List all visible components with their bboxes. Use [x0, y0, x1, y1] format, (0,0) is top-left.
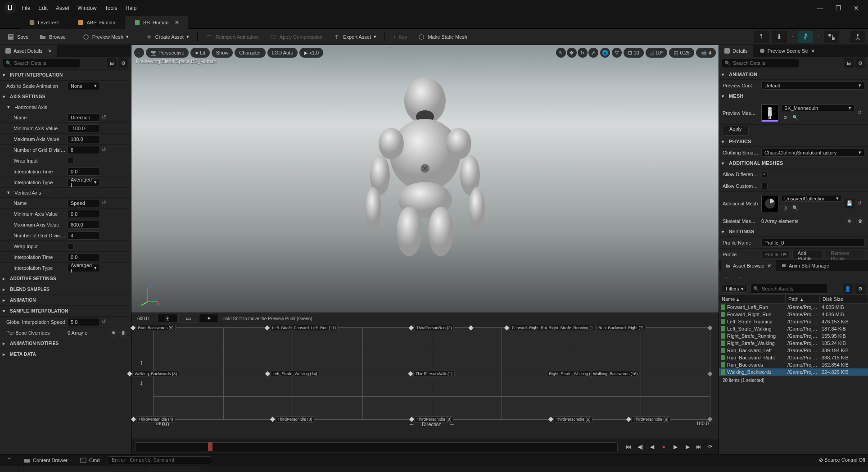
blend-sample[interactable]: Left_Strafe_Walking (14): [266, 371, 319, 377]
cat-header[interactable]: ▾AXIS SETTINGS: [0, 91, 129, 102]
asset-row[interactable]: Right_Strafe_Running /Game/Projects 155.…: [719, 332, 868, 340]
anim-slot-tab[interactable]: Anim Slot Manage: [777, 260, 834, 271]
blend-sample[interactable]: ThirdPersonWalk (1): [409, 371, 455, 377]
reset-icon[interactable]: ↺: [102, 146, 109, 154]
clear-array-button[interactable]: 🗑: [856, 217, 864, 225]
settings-button[interactable]: ⚙: [855, 284, 865, 294]
asset-row[interactable]: Left_Strafe_Running /Game/Projects 476.1…: [719, 318, 868, 325]
allow-custom-checkbox[interactable]: [761, 183, 768, 189]
to-end-button[interactable]: ⏭: [694, 442, 703, 451]
save-button[interactable]: Save: [3, 31, 33, 43]
show-button[interactable]: Show: [212, 48, 233, 58]
move-tool[interactable]: ✥: [567, 48, 577, 58]
add-element-button[interactable]: ⊕: [845, 217, 854, 225]
reset-icon[interactable]: ↺: [102, 200, 109, 207]
blend-sample[interactable]: ThirdPersonIdle (5): [549, 416, 592, 422]
close-icon[interactable]: ✕: [811, 48, 815, 54]
timeline-track[interactable]: [135, 442, 618, 451]
mode-dropdown[interactable]: ⋮: [816, 31, 821, 43]
blend-sample[interactable]: Walking_Backwards (16): [591, 371, 640, 377]
viewport-menu-button[interactable]: ≡: [134, 48, 144, 58]
bs-tool-labels[interactable]: ▭: [178, 314, 198, 323]
mesh-thumbnail[interactable]: [761, 104, 778, 122]
playhead[interactable]: [208, 442, 212, 451]
use-selected-button[interactable]: ⊙: [781, 204, 789, 212]
value-input[interactable]: [68, 124, 100, 132]
preview-scene-tab[interactable]: Preview Scene Se ✕: [754, 45, 820, 57]
clothing-select[interactable]: ChaosClothingSimulationFactory▾: [761, 149, 864, 157]
camera-speed-button[interactable]: 📹 4: [696, 48, 716, 58]
blend-sample[interactable]: ThirdPersonRun (2): [409, 325, 454, 331]
settings-button[interactable]: ⚙: [118, 58, 128, 68]
asset-row[interactable]: Right_Strafe_Walking /Game/Projects 185.…: [719, 340, 868, 347]
blend-sample[interactable]: [469, 326, 473, 330]
checkbox[interactable]: [68, 243, 74, 250]
cat-header[interactable]: ▸BLEND SAMPLES: [0, 284, 129, 295]
reset-icon[interactable]: ↺: [102, 114, 109, 121]
loop-button[interactable]: ⟳: [706, 442, 715, 451]
menu-window[interactable]: Window: [77, 5, 97, 11]
reset-icon[interactable]: ↺: [857, 200, 864, 207]
value-select[interactable]: None▾: [68, 82, 100, 90]
asset-row[interactable]: Run_Backward_Left /Game/Projects 339.194…: [719, 347, 868, 354]
scale-tool[interactable]: ⤢: [588, 48, 598, 58]
profile-name-input[interactable]: [761, 239, 864, 247]
step-back-button[interactable]: ◀|: [636, 442, 645, 451]
asset-browser-tab[interactable]: Asset Browser ✕: [721, 260, 776, 271]
export-asset-button[interactable]: Export Asset ▾: [329, 31, 381, 43]
character-button[interactable]: Character: [235, 48, 265, 58]
use-selected-button[interactable]: ⊙: [781, 113, 789, 121]
close-button[interactable]: ✕: [848, 2, 864, 14]
bs-tool-triangulation[interactable]: ✦: [199, 314, 219, 323]
play-button[interactable]: ▶: [671, 442, 680, 451]
cat-settings[interactable]: ▾SETTINGS: [719, 227, 868, 236]
make-static-mesh-button[interactable]: Make Static Mesh: [413, 31, 471, 43]
col-path-header[interactable]: Path▴: [786, 295, 820, 303]
mode-mesh[interactable]: [772, 31, 787, 43]
clear-button[interactable]: 🗑: [119, 329, 127, 337]
asset-row[interactable]: Forward_Right_Run /Game/Projects 4.086 M…: [719, 311, 868, 318]
menu-help[interactable]: Help: [126, 5, 137, 11]
value-input[interactable]: [68, 199, 100, 207]
add-element-button[interactable]: ⊕: [109, 329, 118, 337]
rotation-snap-button[interactable]: ◿ 10°: [646, 48, 668, 58]
search-details-right[interactable]: [722, 58, 842, 68]
menu-file[interactable]: File: [22, 5, 30, 11]
additional-mesh-select[interactable]: UnsavedCollection▾: [781, 195, 842, 202]
add-content-button[interactable]: 👤: [843, 284, 853, 294]
value-input[interactable]: [68, 253, 100, 261]
blend-sample[interactable]: Right_Strafe_Walking (1: [547, 371, 595, 377]
scale-snap-button[interactable]: ◰ 0.25: [669, 48, 694, 58]
cmd-button[interactable]: Cmd: [76, 456, 104, 465]
value-select[interactable]: Averaged I▾: [68, 264, 100, 272]
view-options-button[interactable]: ⊞: [107, 58, 117, 68]
grid-snap-button[interactable]: ⊞ 10: [624, 48, 644, 58]
menu-tools[interactable]: Tools: [105, 5, 118, 11]
browse-to-button[interactable]: 🔍: [791, 113, 799, 121]
menu-asset[interactable]: Asset: [56, 5, 69, 11]
value-input[interactable]: [68, 113, 100, 122]
source-control-status[interactable]: ⊘ Source Control Off: [819, 457, 865, 463]
sub-header[interactable]: ▾Vertical Axis: [0, 187, 129, 197]
col-name-header[interactable]: Name▴: [719, 295, 786, 303]
console-input[interactable]: [108, 456, 211, 464]
search-details-input[interactable]: [3, 58, 105, 68]
settings-button[interactable]: ⚙: [855, 58, 865, 68]
blend-sample[interactable]: [708, 326, 712, 330]
allow-different-checkbox[interactable]: ✓: [761, 171, 768, 177]
viewport[interactable]: ≡ 📷 Perspective ● Lit Show Character LOD…: [131, 45, 719, 313]
asset-row[interactable]: Left_Strafe_Walking /Game/Projects 187.8…: [719, 325, 868, 332]
value-input[interactable]: [68, 146, 100, 154]
mode-blueprint[interactable]: [824, 31, 839, 43]
mode-dropdown[interactable]: ⋮: [842, 31, 847, 43]
collection-thumbnail[interactable]: [761, 195, 778, 212]
value-input[interactable]: [68, 221, 100, 229]
close-icon[interactable]: ✕: [48, 48, 52, 54]
cat-physics[interactable]: ▾PHYSICS: [719, 136, 868, 146]
expand-bottom-button[interactable]: ⌃: [3, 456, 16, 465]
value-input[interactable]: [68, 231, 100, 240]
close-icon[interactable]: ✕: [767, 263, 771, 269]
cat-mesh[interactable]: ▾MESH: [719, 91, 868, 101]
add-profile-button[interactable]: Add Profile: [792, 250, 823, 259]
preview-mesh-button[interactable]: Preview Mesh ▾: [78, 31, 133, 43]
